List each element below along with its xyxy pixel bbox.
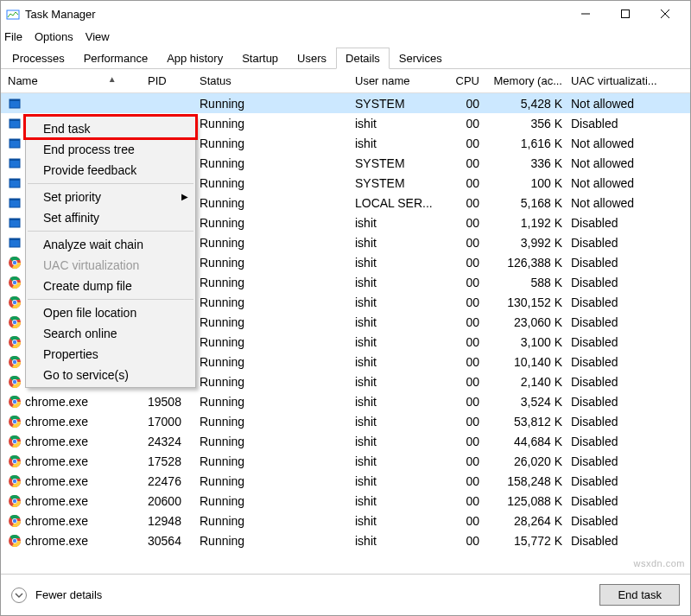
chrome-icon [8, 415, 22, 429]
context-go-to-service-s-[interactable]: Go to service(s) [26, 365, 195, 385]
header-memory[interactable]: Memory (ac... [485, 74, 571, 87]
cell-user: ishit [355, 117, 450, 130]
context-end-process-tree[interactable]: End process tree [26, 139, 195, 160]
context-separator [28, 299, 193, 300]
table-row[interactable]: chrome.exe17528Runningishit0026,020 KDis… [1, 451, 690, 471]
header-name[interactable]: Name▲ [1, 74, 148, 87]
cell-pid: 30564 [148, 534, 200, 548]
chrome-icon [8, 355, 22, 369]
tab-services[interactable]: Services [390, 48, 452, 69]
window-title: Task Manager [25, 8, 96, 21]
cell-cpu: 00 [450, 315, 485, 329]
column-headers: Name▲ PID Status User name CPU Memory (a… [1, 69, 690, 93]
cell-status: Running [200, 236, 355, 250]
close-button[interactable] [645, 1, 685, 27]
tab-users[interactable]: Users [288, 48, 336, 69]
context-menu: End taskEnd process treeProvide feedback… [25, 116, 196, 388]
cell-status: Running [200, 454, 355, 468]
cell-user: ishit [355, 534, 450, 548]
header-pid[interactable]: PID [148, 74, 200, 87]
context-open-file-location[interactable]: Open file location [26, 302, 195, 323]
cell-name: chrome.exe [25, 534, 88, 548]
menu-view[interactable]: View [86, 30, 110, 43]
cell-uac: Disabled [571, 474, 666, 488]
cell-pid: 24324 [148, 435, 200, 448]
fewer-details-link[interactable]: Fewer details [35, 588, 102, 601]
cell-memory: 26,020 K [485, 454, 571, 468]
cell-memory: 336 K [485, 156, 571, 170]
chrome-icon [8, 256, 22, 270]
tab-startup[interactable]: Startup [232, 48, 288, 69]
svg-point-23 [13, 260, 16, 264]
cell-pid: 19508 [148, 395, 200, 409]
tab-performance[interactable]: Performance [74, 48, 157, 69]
context-set-affinity[interactable]: Set affinity [26, 207, 195, 228]
table-row[interactable]: chrome.exe19508Runningishit003,524 KDisa… [1, 391, 690, 411]
cell-uac: Disabled [571, 494, 666, 508]
svg-rect-8 [10, 119, 20, 121]
cell-uac: Disabled [571, 216, 666, 230]
chrome-icon [8, 375, 22, 389]
cell-memory: 23,060 K [485, 315, 571, 329]
header-uac[interactable]: UAC virtualizati... [571, 74, 666, 87]
context-set-priority[interactable]: Set priority▶ [26, 187, 195, 207]
cell-status: Running [200, 216, 355, 230]
table-row[interactable]: RunningSYSTEM005,428 KNot allowed [1, 93, 690, 113]
table-row[interactable]: chrome.exe30564Runningishit0015,772 KDis… [1, 530, 690, 550]
cell-status: Running [200, 156, 355, 170]
cell-memory: 44,684 K [485, 435, 571, 448]
cell-cpu: 00 [450, 415, 485, 429]
cell-status: Running [200, 534, 355, 548]
header-user[interactable]: User name [355, 74, 450, 87]
maximize-button[interactable] [605, 1, 645, 27]
collapse-icon[interactable] [11, 587, 27, 603]
cell-cpu: 00 [450, 276, 485, 289]
minimize-button[interactable] [566, 1, 605, 27]
svg-point-38 [13, 359, 16, 363]
tab-processes[interactable]: Processes [3, 48, 74, 69]
cell-memory: 2,140 K [485, 375, 571, 389]
svg-rect-20 [10, 238, 20, 240]
cell-status: Running [200, 395, 355, 409]
app-generic-icon [8, 216, 22, 230]
cell-memory: 130,152 K [485, 295, 571, 309]
table-row[interactable]: chrome.exe24324Runningishit0044,684 KDis… [1, 431, 690, 451]
context-separator [28, 183, 193, 184]
svg-rect-16 [10, 199, 20, 200]
svg-rect-14 [10, 179, 20, 181]
cell-cpu: 00 [450, 375, 485, 389]
context-create-dump-file[interactable]: Create dump file [26, 276, 195, 296]
context-search-online[interactable]: Search online [26, 323, 195, 344]
cell-cpu: 00 [450, 156, 485, 170]
context-end-task[interactable]: End task [26, 118, 195, 139]
cell-cpu: 00 [450, 176, 485, 190]
table-row[interactable]: chrome.exe22476Runningishit00158,248 KDi… [1, 471, 690, 491]
titlebar[interactable]: Task Manager [1, 1, 690, 27]
cell-memory: 1,192 K [485, 216, 571, 230]
context-analyze-wait-chain[interactable]: Analyze wait chain [26, 234, 195, 255]
header-status[interactable]: Status [200, 74, 355, 87]
cell-cpu: 00 [450, 355, 485, 369]
tab-app-history[interactable]: App history [157, 48, 232, 69]
cell-user: ishit [355, 415, 450, 429]
svg-point-29 [13, 300, 16, 303]
header-cpu[interactable]: CPU [450, 74, 485, 87]
context-provide-feedback[interactable]: Provide feedback [26, 160, 195, 181]
table-row[interactable]: chrome.exe17000Runningishit0053,812 KDis… [1, 411, 690, 431]
end-task-button[interactable]: End task [599, 584, 680, 606]
cell-name: chrome.exe [25, 395, 88, 409]
cell-status: Running [200, 315, 355, 329]
svg-point-56 [13, 479, 16, 482]
context-properties[interactable]: Properties [26, 344, 195, 365]
menu-options[interactable]: Options [35, 30, 73, 43]
svg-point-59 [13, 499, 16, 502]
chrome-icon [8, 315, 22, 329]
cell-status: Running [200, 276, 355, 289]
cell-name: chrome.exe [25, 494, 88, 508]
svg-point-62 [13, 518, 16, 522]
table-row[interactable]: chrome.exe20600Runningishit00125,088 KDi… [1, 491, 690, 511]
tab-details[interactable]: Details [336, 48, 390, 69]
menu-file[interactable]: File [4, 30, 22, 43]
cell-user: ishit [355, 276, 450, 289]
table-row[interactable]: chrome.exe12948Runningishit0028,264 KDis… [1, 511, 690, 530]
